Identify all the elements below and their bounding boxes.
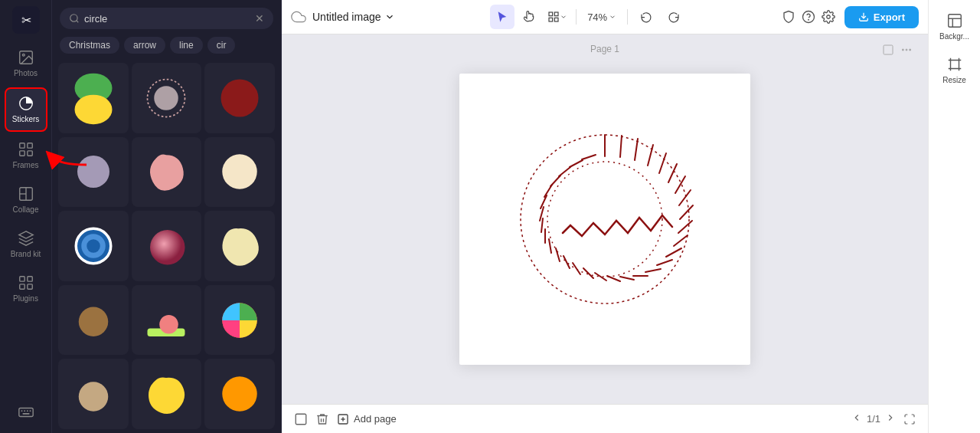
page-nav: 1/1 — [850, 411, 897, 427]
redo-button[interactable] — [662, 5, 686, 29]
svg-line-63 — [680, 205, 693, 219]
sticker-item-15[interactable] — [204, 359, 275, 429]
select-tool-button[interactable] — [490, 5, 514, 29]
sticker-item-7[interactable] — [58, 211, 129, 281]
next-page-button[interactable] — [884, 411, 897, 427]
svg-line-71 — [607, 276, 620, 281]
sticker-item-14[interactable] — [132, 359, 202, 429]
svg-rect-7 — [19, 151, 24, 156]
shield-icon — [782, 10, 795, 24]
svg-point-50 — [902, 49, 903, 51]
sidebar-item-frames[interactable]: Frames — [5, 135, 47, 176]
canvas-body: Page 1 — [282, 34, 928, 404]
sticker-item-9[interactable] — [204, 211, 275, 281]
search-input[interactable] — [84, 13, 250, 25]
svg-point-37 — [160, 315, 179, 334]
frames-label: Frames — [13, 161, 39, 170]
header-left: Untitled image — [291, 9, 395, 25]
sticker-item-2[interactable] — [132, 63, 202, 133]
svg-point-35 — [79, 307, 109, 336]
page-label-icons — [882, 44, 913, 56]
svg-line-83 — [550, 175, 560, 186]
spiral-sticker[interactable] — [498, 120, 712, 319]
sticker-item-5[interactable] — [132, 137, 202, 208]
left-sidebar: ✂ Photos Stickers Frames — [0, 0, 52, 433]
page-indicator: 1/1 — [867, 413, 880, 425]
sidebar-item-keyboard[interactable] — [5, 398, 47, 427]
sticker-item-3[interactable] — [204, 63, 275, 133]
footer-delete-button[interactable] — [315, 412, 329, 426]
svg-rect-41 — [549, 12, 553, 16]
svg-line-74 — [573, 263, 580, 274]
add-page-button[interactable]: Add page — [337, 413, 397, 425]
sticker-item-10[interactable] — [58, 285, 129, 356]
sticker-item-4[interactable] — [58, 137, 129, 208]
tag-cir[interactable]: cir — [207, 37, 236, 54]
svg-rect-6 — [27, 143, 31, 148]
svg-rect-44 — [554, 18, 558, 21]
zoom-button[interactable]: 74% — [583, 8, 621, 26]
tag-line[interactable]: line — [170, 37, 203, 54]
svg-point-23 — [70, 15, 77, 21]
sticker-item-8[interactable] — [132, 211, 202, 281]
svg-point-30 — [222, 155, 257, 190]
document-title-button[interactable]: Untitled image — [312, 11, 395, 23]
export-button[interactable]: Export — [844, 6, 919, 28]
footer-frame-button[interactable] — [294, 412, 308, 426]
settings-icon[interactable] — [822, 10, 835, 24]
page-total: 1 — [875, 413, 880, 425]
page-more-icon[interactable] — [900, 44, 913, 56]
view-chevron-icon — [560, 13, 567, 21]
svg-line-68 — [645, 269, 661, 272]
sticker-item-6[interactable] — [204, 137, 275, 208]
sidebar-item-brand[interactable]: Brand kit — [5, 224, 47, 265]
svg-line-86 — [582, 155, 596, 159]
keyboard-icon — [18, 404, 34, 421]
tag-row: Christmas arrow line cir — [52, 34, 281, 60]
view-icon — [547, 11, 560, 23]
svg-rect-42 — [554, 12, 558, 16]
svg-rect-92 — [950, 61, 959, 69]
fit-screen-button[interactable] — [903, 413, 916, 425]
view-tool-button[interactable] — [545, 5, 570, 29]
document-title: Untitled image — [312, 11, 381, 23]
sidebar-item-stickers[interactable]: Stickers — [5, 87, 47, 132]
canvas-header: Untitled image — [282, 0, 928, 34]
add-page-label: Add page — [354, 413, 397, 425]
svg-line-72 — [595, 273, 606, 280]
svg-line-65 — [674, 235, 688, 246]
tag-christmas[interactable]: Christmas — [60, 37, 119, 54]
select-icon — [496, 11, 508, 23]
svg-point-47 — [827, 15, 831, 19]
svg-point-34 — [150, 230, 185, 265]
right-panel-resize[interactable]: Resize — [933, 50, 976, 90]
resize-icon — [946, 56, 963, 73]
sidebar-item-photos[interactable]: Photos — [5, 43, 47, 84]
prev-page-button[interactable] — [850, 411, 864, 427]
svg-point-51 — [906, 49, 907, 51]
svg-rect-43 — [549, 18, 553, 21]
svg-rect-49 — [884, 45, 893, 54]
search-clear-button[interactable]: ✕ — [255, 12, 264, 25]
help-icon[interactable] — [802, 10, 815, 24]
hand-tool-button[interactable] — [518, 5, 542, 29]
tag-arrow[interactable]: arrow — [124, 37, 165, 54]
sidebar-item-plugins[interactable]: Plugins — [5, 268, 47, 310]
background-icon — [946, 12, 963, 29]
app-logo: ✂ — [12, 6, 40, 34]
sticker-item-13[interactable] — [58, 359, 129, 429]
right-panel-background[interactable]: Backgr... — [933, 6, 976, 47]
sticker-item-1[interactable] — [58, 63, 129, 133]
collage-icon — [18, 185, 34, 202]
sidebar-item-collage[interactable]: Collage — [5, 179, 47, 221]
svg-line-62 — [679, 190, 691, 205]
svg-rect-91 — [948, 15, 961, 28]
sticker-item-12[interactable] — [204, 285, 275, 356]
header-icons — [782, 10, 835, 24]
plugins-icon — [18, 274, 34, 291]
svg-rect-14 — [19, 284, 24, 289]
undo-button[interactable] — [634, 5, 658, 29]
sticker-item-11[interactable] — [132, 285, 202, 356]
svg-line-79 — [541, 218, 543, 232]
right-panel: Backgr... Resize — [928, 0, 980, 433]
